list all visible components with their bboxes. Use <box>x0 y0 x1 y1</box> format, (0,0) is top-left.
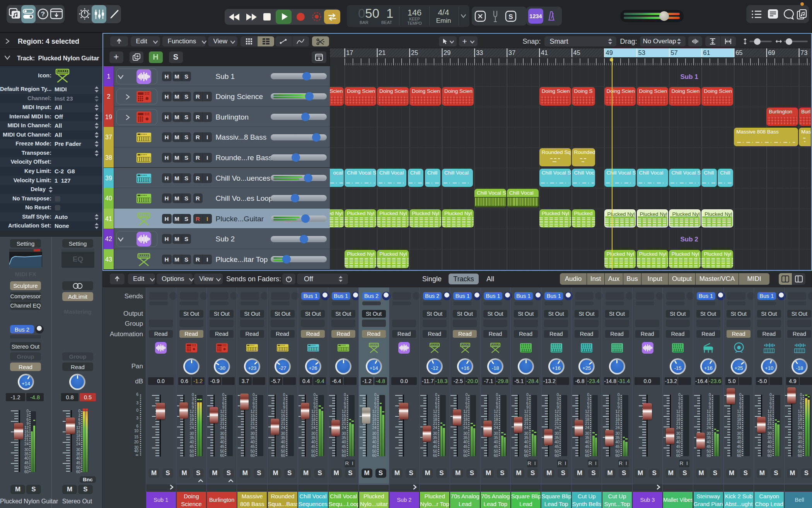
svg-text:S: S <box>508 13 513 21</box>
svg-text:?: ? <box>41 10 45 18</box>
